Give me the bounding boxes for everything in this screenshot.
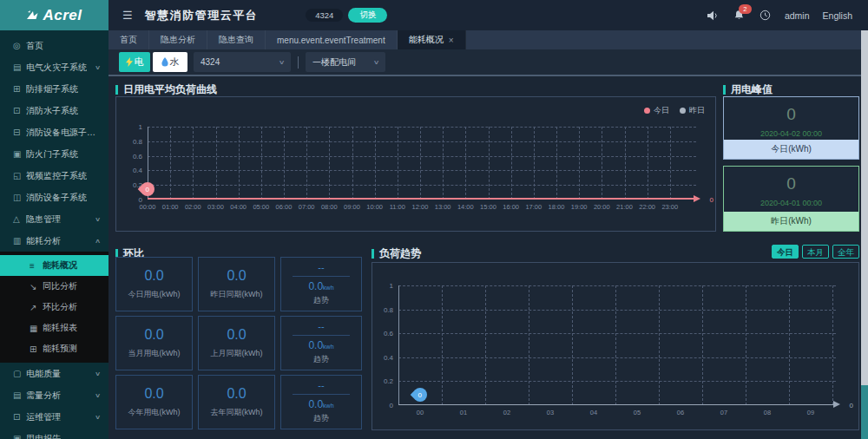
x-tick-label: 17:00 (525, 203, 542, 211)
stat-card: 0.0当月用电(kWh) (115, 316, 193, 370)
sidebar-item-video-monitor[interactable]: ◱视频监控子系统 (0, 165, 108, 187)
switch-button[interactable]: 切换 (348, 8, 387, 23)
stat-label: 昨日同期(kWh) (211, 289, 263, 300)
trend-value: 0.0kwh (308, 280, 333, 292)
doc-icon: ▣ (13, 434, 26, 439)
sidebar-item-smoke-control[interactable]: ⊞防排烟子系统 (0, 78, 108, 100)
stat-label: 去年同期(kWh) (211, 407, 263, 418)
close-icon[interactable]: × (449, 36, 454, 45)
scrollbar-thumb[interactable] (861, 385, 868, 439)
home-icon: ◎ (13, 41, 26, 50)
language-switch[interactable]: English (823, 10, 852, 21)
sidebar-item-power-report[interactable]: ▣用电报告 (0, 428, 108, 439)
x-tick-label: 08:00 (321, 203, 338, 211)
sidebar-item-energy-forecast[interactable]: ⊞能耗预测 (0, 338, 108, 359)
demand-icon: ▤ (13, 390, 26, 400)
stat-label: 今日用电(kWh) (128, 289, 181, 300)
tab-label: 能耗概况 (409, 34, 444, 46)
sidebar-item-demand-analysis[interactable]: ▤需量分析∨ (0, 384, 108, 406)
sidebar-item-ops-mgmt[interactable]: ⊡运维管理∨ (0, 406, 108, 428)
bell-icon[interactable]: 2 (733, 9, 746, 22)
station-select[interactable]: 4324 ∨ (194, 52, 291, 72)
x-tick-label: 00 (417, 409, 424, 416)
water-toggle-button[interactable]: 水 (153, 52, 187, 72)
circuit-select[interactable]: 一楼配电间 ∨ (306, 52, 385, 72)
water-drop-icon (161, 57, 168, 67)
speaker-icon[interactable] (707, 9, 720, 22)
top-header: ☰ 智慧消防管理云平台 4324 切换 2 admin English (108, 0, 868, 30)
tab-能耗概况[interactable]: 能耗概况× (398, 30, 466, 49)
lock-icon: ⊞ (13, 84, 26, 94)
water-label: 水 (170, 56, 180, 69)
peak-label: 昨日(kWh) (724, 212, 858, 231)
sidebar-item-power-quality[interactable]: ▢电能质量∨ (0, 363, 108, 384)
ops-icon: ⊡ (13, 412, 26, 422)
sidebar-item-fire-power[interactable]: ⊟消防设备电源子系统 (0, 121, 108, 143)
peak-label: 今日(kWh) (724, 140, 858, 159)
main-content: 日用电平均负荷曲线 今日昨日 10.80.60.40.2000:0001:000… (108, 76, 861, 439)
legend-item-昨日[interactable]: 昨日 (680, 105, 705, 116)
tab-首页[interactable]: 首页 (108, 30, 149, 49)
legend-label: 昨日 (689, 105, 705, 116)
sidebar-item-home[interactable]: ◎首页 (0, 35, 108, 56)
sidebar-item-label: 防火门子系统 (26, 148, 78, 161)
axis-end-label: 0 (850, 402, 853, 410)
trend-unit: kwh (323, 344, 333, 350)
x-tick-label: 05:00 (253, 203, 269, 211)
sidebar-item-electrical-fire[interactable]: ▤电气火灾子系统∨ (0, 56, 108, 78)
page-scrollbar (861, 30, 868, 439)
trend-label: 趋势 (313, 295, 329, 306)
water-system-icon: ⊡ (13, 106, 26, 115)
trend-value: 0.0kwh (308, 398, 333, 410)
trend-divider (293, 335, 350, 336)
y-tick-label: 0.6 (133, 152, 142, 160)
range-button-本月[interactable]: 本月 (802, 245, 829, 259)
sidebar-item-fire-device[interactable]: ◫消防设备子系统 (0, 187, 108, 208)
sidebar-item-yoy-analysis[interactable]: ↘同比分析 (0, 276, 108, 297)
station-badge: 4324 (306, 9, 343, 22)
x-tick-label: 06 (677, 409, 684, 416)
y-tick-label: 0.4 (384, 353, 393, 361)
sidebar-item-fire-door[interactable]: ▣防火门子系统 (0, 143, 108, 165)
tab-隐患分析[interactable]: 隐患分析 (149, 30, 207, 49)
sidebar-item-fire-water[interactable]: ⊡消防水子系统 (0, 100, 108, 121)
sidebar-item-label: 视频监控子系统 (26, 170, 87, 182)
header-right: 2 admin English (707, 9, 852, 22)
user-menu[interactable]: admin (785, 10, 810, 21)
range-button-全年[interactable]: 全年 (832, 245, 859, 259)
power-supply-icon: ⊟ (13, 128, 26, 137)
x-tick-label: 20:00 (594, 203, 610, 211)
y-tick-label: 1 (139, 123, 142, 131)
sidebar-item-label: 能耗概况 (43, 259, 77, 272)
legend-item-今日[interactable]: 今日 (644, 105, 669, 116)
report-icon: ▦ (30, 324, 43, 333)
sidebar-item-energy-overview[interactable]: ≡能耗概况 (0, 255, 108, 276)
forecast-icon: ⊞ (30, 344, 43, 354)
x-tick-label: 19:00 (571, 203, 588, 211)
chevron-down-icon: ∨ (95, 414, 101, 421)
tab-label: 首页 (120, 34, 137, 46)
trend-divider (293, 394, 350, 395)
x-tick-label: 02 (503, 409, 510, 416)
video-icon: ◱ (13, 171, 26, 180)
sidebar-item-hazard-mgmt[interactable]: △隐患管理∨ (0, 208, 108, 230)
tab-label: 隐患分析 (161, 34, 195, 46)
x-tick-label: 15:00 (480, 203, 496, 211)
tab-menu.event.eventTreatment[interactable]: menu.event.eventTreatment (266, 30, 398, 49)
logo-text: Acrel (43, 7, 82, 24)
sidebar-item-label: 能耗报表 (43, 322, 77, 334)
sidebar-item-energy-report[interactable]: ▦能耗报表 (0, 318, 108, 338)
trend-up-icon: ↗ (30, 303, 43, 312)
clock-icon[interactable] (759, 9, 772, 22)
sidebar-item-energy-analysis[interactable]: ▥能耗分析∧ (0, 230, 108, 252)
stat-value: 0.0 (227, 268, 246, 284)
range-button-今日[interactable]: 今日 (772, 245, 799, 259)
collapse-menu-icon[interactable]: ☰ (122, 9, 133, 22)
electric-toggle-button[interactable]: 电 (119, 52, 150, 72)
x-tick-label: 11:00 (390, 203, 405, 211)
stat-label: 今年用电(kWh) (128, 407, 181, 418)
tab-隐患查询[interactable]: 隐患查询 (207, 30, 266, 49)
chevron-down-icon: ∨ (95, 392, 101, 399)
sidebar-item-mom-analysis[interactable]: ↗环比分析 (0, 297, 108, 318)
filter-row: 电 水 4324 ∨ 一楼配电间 ∨ (108, 49, 861, 76)
